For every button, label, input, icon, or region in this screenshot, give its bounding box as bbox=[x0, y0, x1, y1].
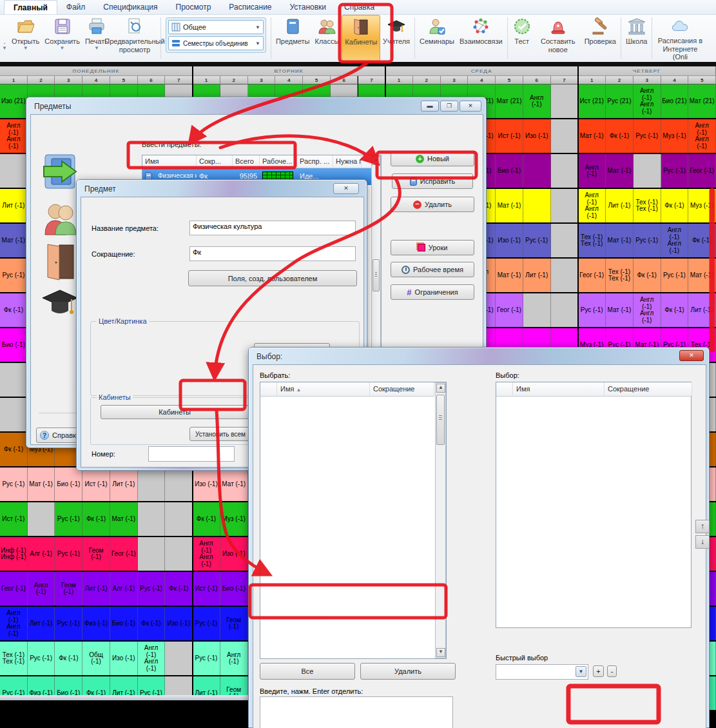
semester-combo[interactable]: Семестры объединив▼ bbox=[168, 36, 264, 50]
timetable-cell[interactable]: Изо (-1) bbox=[523, 119, 551, 153]
timetable-cell[interactable]: Мат (-1) bbox=[110, 502, 138, 536]
timetable-cell[interactable]: Фк (-1) bbox=[0, 433, 28, 466]
timetable-cell[interactable] bbox=[28, 502, 55, 536]
school-button[interactable]: Школа bbox=[623, 15, 650, 61]
timetable-cell[interactable]: Фк (-1) bbox=[661, 293, 689, 327]
quick-remove-button[interactable]: - bbox=[607, 665, 617, 677]
timetable-cell[interactable]: Лит (-1) bbox=[0, 189, 28, 222]
timetable-cell[interactable] bbox=[551, 293, 579, 327]
timetable-cell[interactable]: Фк (-1) bbox=[0, 293, 28, 327]
timetable-cell[interactable]: Рус (-1) bbox=[0, 259, 28, 292]
timetable-cell[interactable]: Фк (-1) bbox=[688, 224, 716, 257]
timetable-cell[interactable] bbox=[523, 154, 551, 188]
timetable-cell[interactable]: Англ (-1) Англ (-1) bbox=[0, 607, 28, 640]
timetable-cell[interactable]: Рус (-1) bbox=[193, 607, 220, 640]
timetable-cell[interactable]: Ист (-1) bbox=[193, 572, 220, 605]
timetable-cell[interactable]: Лит (-1) bbox=[688, 293, 716, 327]
rooms-button[interactable]: Кабинеты bbox=[342, 15, 380, 61]
timetable-cell[interactable]: Рус (-1) bbox=[28, 642, 55, 675]
timetable-cell[interactable] bbox=[138, 537, 166, 571]
timetable-cell[interactable]: Фк (-1) bbox=[165, 572, 193, 605]
timetable-cell[interactable]: Лит (-1) bbox=[110, 467, 138, 501]
menu-item-Просмотр[interactable]: Просмотр bbox=[167, 0, 220, 14]
timetable-cell[interactable]: Фк (-1) bbox=[606, 119, 634, 153]
menu-item-Установки[interactable]: Установки bbox=[281, 0, 335, 14]
set-all-button[interactable]: Установить всем bbox=[189, 427, 251, 441]
timetable-cell[interactable]: Био (-1) bbox=[110, 607, 138, 640]
timetable-cell[interactable]: Изо (-1) bbox=[220, 537, 248, 571]
teachers-tab-icon[interactable] bbox=[41, 288, 79, 321]
timetable-cell[interactable]: Рус (-1) bbox=[55, 502, 82, 536]
menu-item-Файл[interactable]: Файл bbox=[57, 0, 95, 14]
minimize-button[interactable]: ▬ bbox=[421, 101, 439, 112]
remove-button[interactable]: Удалить bbox=[360, 663, 456, 680]
timetable-cell[interactable]: Физ (-1) bbox=[82, 607, 110, 640]
timetable-cell[interactable] bbox=[551, 154, 579, 188]
teachers-button[interactable]: Учителя bbox=[380, 15, 412, 61]
timetable-cell[interactable]: Изо (21) bbox=[0, 84, 28, 118]
name-col-header[interactable]: Имя bbox=[513, 382, 605, 397]
timetable-cell[interactable] bbox=[551, 224, 579, 257]
timetable-cell[interactable]: Геом (-1) bbox=[82, 537, 110, 571]
timetable-cell[interactable]: Рус (-1) bbox=[55, 607, 82, 640]
rooms-select-button[interactable]: Кабинеты bbox=[101, 405, 249, 419]
timetable-cell[interactable]: Англ (-1) bbox=[523, 84, 551, 118]
lessons-button[interactable]: Уроки bbox=[391, 240, 474, 255]
timetable-cell[interactable]: Изо (-1) bbox=[110, 642, 138, 675]
timetable-cell[interactable]: Ист (-1) bbox=[82, 467, 110, 501]
timetable-cell[interactable] bbox=[0, 154, 28, 188]
timetable-cell[interactable]: Мат (-1) bbox=[496, 189, 523, 222]
timetable-cell[interactable]: Тех (-1) Тех (-1) bbox=[606, 259, 634, 292]
close-icon[interactable]: ✕ bbox=[679, 350, 704, 361]
timetable-cell[interactable]: Фк (-1) bbox=[138, 607, 166, 640]
test-button[interactable]: Тест bbox=[510, 15, 534, 61]
timetable-cell[interactable]: Рус (-1) bbox=[634, 224, 661, 257]
timetable-cell[interactable] bbox=[0, 363, 28, 397]
move-down-button[interactable]: ↓ bbox=[695, 535, 710, 549]
timetable-cell[interactable]: Общ (-1) bbox=[82, 642, 110, 675]
timetable-cell[interactable]: Фк (-1) bbox=[193, 502, 220, 536]
timetable-cell[interactable]: Мат (-1) bbox=[688, 259, 716, 292]
save-button[interactable]: Сохранить▼ bbox=[42, 15, 82, 61]
quick-select-combo[interactable]: ▼ bbox=[496, 664, 588, 680]
menu-item-Справка[interactable]: Справка bbox=[335, 0, 383, 14]
check-button[interactable]: Проверка bbox=[582, 15, 619, 61]
column-header[interactable]: Имя bbox=[142, 155, 197, 168]
timetable-cell[interactable]: Англ (-1) Англ (-1) bbox=[0, 119, 28, 153]
available-list[interactable]: Имя ▲ Сокращение ▲ ▼ bbox=[260, 382, 447, 659]
classes-tab-icon[interactable] bbox=[43, 201, 77, 237]
chosen-list[interactable]: Имя Сокращение bbox=[496, 382, 692, 628]
timetable-cell[interactable] bbox=[165, 502, 193, 536]
select-all-button[interactable]: Все bbox=[260, 663, 355, 680]
timetable-cell[interactable]: Рус (-1) bbox=[634, 119, 661, 153]
timetable-cell[interactable]: Мат (-1) bbox=[0, 224, 28, 257]
timetable-cell[interactable]: Муз (-1) bbox=[661, 119, 689, 153]
timetable-cell[interactable] bbox=[551, 119, 579, 153]
custom-fields-button[interactable]: Поля, созд. пользователем bbox=[188, 270, 357, 286]
timetable-cell[interactable]: Рус (-1) bbox=[55, 537, 82, 571]
timetable-cell[interactable] bbox=[165, 642, 193, 675]
timetable-cell[interactable]: Тех (-1) Тех (-1) bbox=[0, 642, 28, 675]
timetable-cell[interactable]: Мат (-1) bbox=[606, 154, 634, 188]
timetable-cell[interactable]: Рус (-1) bbox=[578, 293, 606, 327]
timetable-cell[interactable]: Лит (-1) bbox=[606, 189, 634, 222]
timetable-cell[interactable]: Мат (-1) bbox=[578, 119, 606, 153]
timetable-cell[interactable]: Мат (21) bbox=[688, 84, 716, 118]
subject-name-field[interactable]: Физическая культура bbox=[189, 221, 356, 235]
online-timetables-button[interactable]: Расписания в Интернете (Onli bbox=[654, 15, 706, 61]
check-col-header[interactable] bbox=[260, 382, 277, 397]
timetable-cell[interactable]: Мат (-1) bbox=[220, 467, 248, 501]
timetable-cell[interactable] bbox=[551, 259, 579, 292]
timetable-cell[interactable]: Фк (-1) bbox=[55, 642, 82, 675]
timetable-cell[interactable]: Алг (-1) bbox=[110, 572, 138, 605]
column-header[interactable]: Всего bbox=[233, 155, 260, 168]
timetable-cell[interactable] bbox=[634, 154, 661, 188]
menu-item-Спецификация[interactable]: Спецификация bbox=[94, 0, 166, 14]
subjects-tab-icon[interactable] bbox=[43, 153, 77, 191]
timetable-cell[interactable]: Муз (-1) bbox=[688, 189, 716, 222]
edit-subject-button[interactable]: Исправить bbox=[392, 173, 473, 189]
subject-abbr-field[interactable]: Фк bbox=[189, 246, 356, 261]
column-header[interactable]: Сокр... bbox=[197, 155, 233, 168]
timetable-cell[interactable]: Мат (21) bbox=[496, 84, 523, 118]
open-button[interactable]: Открыть▼ bbox=[9, 15, 42, 61]
